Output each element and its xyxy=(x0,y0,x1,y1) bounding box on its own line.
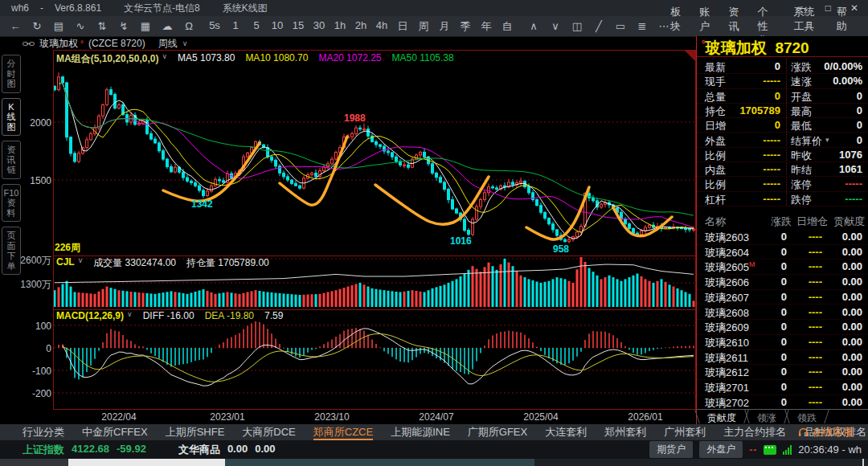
overseas-account-button[interactable]: 外盘户 xyxy=(699,441,743,458)
exchange-tab-主力合约排名[interactable]: 主力合约排名 xyxy=(723,424,786,440)
expand-kline-icon[interactable]: ∨ xyxy=(549,20,562,32)
period-button-1h[interactable]: 1h xyxy=(334,19,346,34)
contract-change: 0 xyxy=(737,321,787,333)
sidebar-item-分时图[interactable]: 分时图 xyxy=(2,55,21,93)
kline-chart-canvas[interactable] xyxy=(23,36,706,423)
indicator-name[interactable]: MACD(12,26,9) xyxy=(56,310,124,321)
status-bar-right: 期货户 外盘户 -- 20:36:49 - wh xyxy=(649,440,862,459)
sidebar-item-页面下单[interactable]: 页面下单 xyxy=(2,227,21,275)
line-chart-icon[interactable]: ∿ xyxy=(74,20,87,32)
contract-row[interactable]: 玻璃27010----0.00 xyxy=(697,379,868,395)
chart-grid-icon[interactable]: ▦ xyxy=(139,20,152,32)
toolbar-left-icons: ←↻▤∿⇅↯▦☁Ω xyxy=(0,20,195,32)
wenhua-commodity-quote[interactable]: 文华商品0.000.00 xyxy=(178,443,276,457)
ma-indicator-header: MA组合(5,10,20,50,0,0)∨MA5 1073.80MA10 108… xyxy=(56,52,454,66)
contract-row[interactable]: 玻璃26070----0.00 xyxy=(697,289,868,305)
shanghai-index-quote[interactable]: 上证指数4122.68-59.92 xyxy=(23,443,146,457)
contract-contribution: 0.00 xyxy=(817,351,862,363)
contract-row[interactable]: 玻璃26030----0.00 xyxy=(697,229,868,245)
panel-tab-领跌[interactable]: 领跌 xyxy=(787,410,827,424)
macd-axis-label: -200 xyxy=(23,388,51,399)
period-button-2h[interactable]: 2h xyxy=(354,19,367,34)
period-button-30[interactable]: 30 xyxy=(313,19,326,34)
indicator-value: DIFF -16.00 xyxy=(143,310,194,321)
strategy-icon[interactable]: ↯ xyxy=(117,20,130,32)
sidebar-item-F10资料[interactable]: F10资料 xyxy=(2,184,21,223)
indicator-name[interactable]: MA组合(5,10,20,50,0,0) xyxy=(56,52,158,66)
panel-tab-贡献度[interactable]: 贡献度 xyxy=(697,410,747,424)
taskbar-tick xyxy=(862,459,864,466)
quote-list-icon[interactable]: ▤ xyxy=(52,20,65,32)
column-header[interactable]: 日增仓 xyxy=(796,215,828,229)
wh6-app-window: wh6 - Ver6.8.861 文华云节点-电信8 系统K线图 —□✕ ←↻▤… xyxy=(0,0,868,466)
volume-axis-label: 2600万 xyxy=(16,254,51,268)
panel-collapse-handle[interactable] xyxy=(685,51,695,61)
volume-axis-label: 1300万 xyxy=(16,278,51,292)
market-card-icon xyxy=(764,445,776,455)
back-icon[interactable]: ← xyxy=(9,20,22,32)
futures-account-button[interactable]: 期货户 xyxy=(649,441,693,458)
order-flow-icon[interactable]: ⇅ xyxy=(96,20,108,32)
more-icon[interactable]: ⋯ xyxy=(657,20,670,32)
panel-tab-领涨[interactable]: 领涨 xyxy=(747,410,787,424)
sidebar-item-资讯链[interactable]: 资讯链 xyxy=(2,141,21,179)
exchange-tab-广期所GFEX[interactable]: 广期所GFEX xyxy=(468,424,527,440)
period-button-周[interactable]: 周 xyxy=(417,19,430,34)
contract-row[interactable]: 玻璃26060----0.00 xyxy=(697,274,868,290)
sidebar-item-K线图[interactable]: K线图 xyxy=(2,98,21,137)
exchange-tab-广州套利[interactable]: 广州套利 xyxy=(664,424,706,440)
exchange-tab-中金所CFFEX[interactable]: 中金所CFFEX xyxy=(82,424,148,440)
contract-change: 0 xyxy=(737,246,787,258)
period-button-自[interactable]: 自 xyxy=(501,19,514,34)
contract-change: 0 xyxy=(737,366,787,378)
indicator-name[interactable]: CJL xyxy=(56,256,75,270)
exchange-tab-郑商所CZCE[interactable]: 郑商所CZCE xyxy=(313,424,373,440)
clock: 20:36:49 - wh xyxy=(798,444,862,456)
insert-indicator-icon[interactable]: ◫ xyxy=(571,20,583,32)
period-button-1[interactable]: 1 xyxy=(229,19,242,34)
contract-row[interactable]: 玻璃26100----0.00 xyxy=(697,334,868,350)
period-button-日[interactable]: 日 xyxy=(396,19,409,34)
column-header[interactable]: 名称 xyxy=(705,215,726,229)
price-annotation: 1342 xyxy=(191,198,213,210)
period-button-4h[interactable]: 4h xyxy=(375,19,388,34)
contract-row[interactable]: 玻璃2605M0----0.00 xyxy=(697,259,868,275)
exchange-tab-郑州套利[interactable]: 郑州套利 xyxy=(604,424,646,440)
contract-contribution: 0.00 xyxy=(817,396,862,408)
contract-row[interactable]: 玻璃26110----0.00 xyxy=(697,350,868,366)
contract-row[interactable]: 玻璃26120----0.00 xyxy=(697,364,868,380)
period-button-月[interactable]: 月 xyxy=(438,19,451,34)
contract-row[interactable]: 玻璃26080----0.00 xyxy=(697,305,868,321)
period-button-10[interactable]: 10 xyxy=(271,19,284,34)
quote-label: 内盘 xyxy=(705,163,726,178)
contract-row[interactable]: 玻璃26090----0.00 xyxy=(697,319,868,335)
exchange-tab-行业分类[interactable]: 行业分类 xyxy=(23,424,64,440)
cloud-icon[interactable]: ☁ xyxy=(161,20,174,32)
alert-bell-icon[interactable]: Ω xyxy=(182,20,195,32)
online-service[interactable]: 在线客服 xyxy=(798,424,854,440)
column-header[interactable]: 涨跌 xyxy=(771,215,792,229)
period-button-5[interactable]: 5 xyxy=(250,19,263,34)
exchange-tab-大连套利[interactable]: 大连套利 xyxy=(545,424,587,440)
exchange-tab-上期能源INE[interactable]: 上期能源INE xyxy=(391,424,450,440)
period-button-15[interactable]: 15 xyxy=(292,19,305,34)
compress-kline-icon[interactable]: ∧ xyxy=(527,20,540,32)
refresh-icon[interactable]: ↻ xyxy=(31,20,43,32)
period-button-5s[interactable]: 5s xyxy=(208,19,221,34)
contract-row[interactable]: 玻璃27020----0.00 xyxy=(697,394,868,411)
quote-value: 0 xyxy=(800,119,862,131)
column-header[interactable]: 贡献度 xyxy=(833,215,865,229)
contract-change: 0 xyxy=(737,291,787,303)
macd-indicator-header: MACD(12,26,9)∨DIFF -16.00DEA -19.807.59 xyxy=(56,310,283,321)
chevron-down-icon: ∨ xyxy=(162,52,167,66)
layout-icon[interactable]: ≣ xyxy=(636,20,649,32)
rect-tool-icon[interactable]: ▭ xyxy=(614,20,627,32)
panel-tabs: 贡献度领涨领跌 xyxy=(697,409,868,424)
period-button-年[interactable]: 年 xyxy=(480,19,493,34)
draw-line-icon[interactable]: ╱ xyxy=(592,20,605,32)
period-button-季[interactable]: 季 xyxy=(459,19,472,34)
contract-row[interactable]: 玻璃26040----0.00 xyxy=(697,244,868,260)
quote-label: 外盘 xyxy=(705,134,726,149)
exchange-tab-上期所SHFE[interactable]: 上期所SHFE xyxy=(166,424,225,440)
exchange-tab-大商所DCE[interactable]: 大商所DCE xyxy=(242,424,295,440)
